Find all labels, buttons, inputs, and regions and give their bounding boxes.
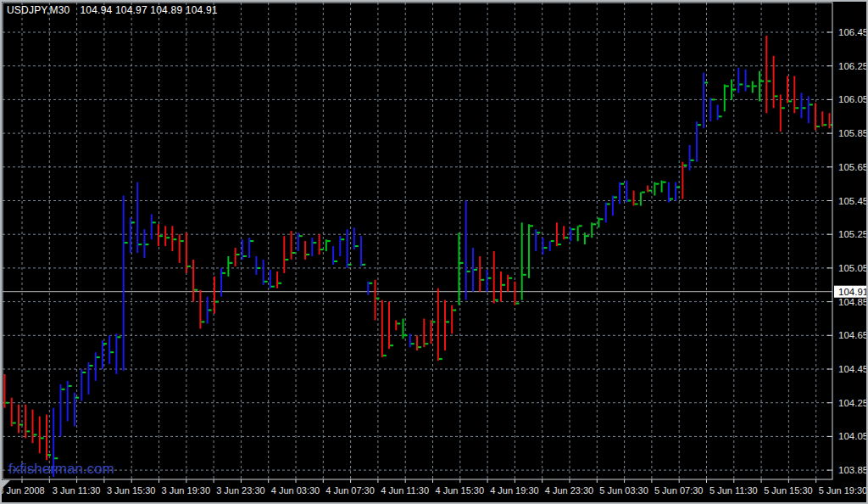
close-tick xyxy=(719,115,722,117)
time-axis-label: 4 Jun 07:30 xyxy=(326,485,375,496)
price-bar xyxy=(619,182,620,204)
close-tick xyxy=(523,274,526,276)
close-tick xyxy=(362,264,365,266)
close-tick xyxy=(782,107,785,109)
price-bar xyxy=(347,229,348,268)
watermark-text: fxfisherman.com xyxy=(8,461,114,478)
price-bar xyxy=(752,81,754,93)
price-bar xyxy=(311,238,313,256)
close-tick xyxy=(62,389,65,390)
close-tick xyxy=(816,126,820,127)
close-tick xyxy=(292,252,296,254)
price-axis-label: 103.85 xyxy=(838,465,868,475)
close-tick xyxy=(747,86,750,87)
price-bar xyxy=(199,290,201,329)
close-tick xyxy=(481,279,484,281)
close-tick xyxy=(194,289,198,291)
price-bar xyxy=(319,234,320,255)
price-bar xyxy=(808,96,810,123)
close-tick xyxy=(411,343,415,344)
time-axis-label: 4 Jun 23:30 xyxy=(545,485,594,496)
close-tick xyxy=(348,264,352,266)
price-bar xyxy=(675,182,676,201)
price-bar xyxy=(158,224,159,246)
close-tick xyxy=(803,107,806,109)
close-tick xyxy=(26,430,30,432)
price-bar xyxy=(263,260,264,285)
price-bar xyxy=(479,256,481,292)
close-tick xyxy=(558,244,561,245)
price-bar xyxy=(521,222,523,300)
close-tick xyxy=(593,223,596,225)
close-tick xyxy=(13,423,16,424)
close-tick xyxy=(788,100,792,102)
close-tick xyxy=(145,244,148,245)
price-axis-label: 105.25 xyxy=(838,229,868,239)
price-bar xyxy=(25,405,26,439)
price-bar xyxy=(423,319,425,348)
price-bar xyxy=(332,246,334,265)
price-bar xyxy=(500,272,502,302)
price-bar xyxy=(381,300,383,358)
close-tick xyxy=(425,343,428,344)
close-tick xyxy=(663,182,666,183)
close-tick xyxy=(90,365,93,367)
price-bar xyxy=(95,352,97,381)
close-tick xyxy=(607,204,610,205)
price-bar xyxy=(220,268,222,297)
close-tick xyxy=(642,192,645,193)
price-bar xyxy=(214,277,215,314)
price-bar xyxy=(395,320,397,330)
price-axis-label: 105.65 xyxy=(838,162,868,172)
close-tick xyxy=(153,221,156,223)
close-tick xyxy=(250,240,253,242)
price-bar xyxy=(472,248,474,292)
close-tick xyxy=(334,260,337,262)
price-bar xyxy=(640,193,642,206)
price-bar xyxy=(542,238,543,255)
price-bar xyxy=(227,256,229,277)
time-axis-label: 5 Jun 19:30 xyxy=(819,485,868,496)
price-bar xyxy=(787,76,788,104)
close-tick xyxy=(683,165,687,166)
close-tick xyxy=(41,437,44,439)
time-axis-label: 5 Jun 03:30 xyxy=(599,485,648,496)
close-tick xyxy=(278,283,281,284)
price-axis-label: 104.05 xyxy=(838,431,868,441)
price-bar xyxy=(459,232,460,305)
price-bar xyxy=(136,182,138,253)
price-bar xyxy=(207,297,209,324)
price-bar xyxy=(102,340,103,369)
price-bar xyxy=(829,113,831,128)
price-bar xyxy=(570,227,571,241)
close-tick xyxy=(620,183,624,185)
current-price-flag-value: 104.91 xyxy=(838,287,868,297)
time-axis-label: 5 Jun 15:30 xyxy=(764,485,813,496)
chart-window: 106.45106.25106.05105.85105.65105.45105.… xyxy=(0,0,868,504)
price-bar xyxy=(108,335,110,364)
price-bar xyxy=(123,196,125,371)
close-tick xyxy=(467,271,470,272)
close-tick xyxy=(767,81,771,82)
price-bar xyxy=(647,186,648,193)
price-bar xyxy=(115,333,117,374)
price-bar xyxy=(255,256,257,275)
price-bar xyxy=(276,272,278,288)
price-bar xyxy=(821,111,823,126)
price-bar xyxy=(815,103,816,130)
close-tick xyxy=(166,237,170,238)
close-tick xyxy=(69,385,72,387)
close-tick xyxy=(418,346,421,348)
time-axis-label: 3 Jun 19:30 xyxy=(162,485,211,496)
price-chart-plot-area[interactable]: 106.45106.25106.05105.85105.65105.45105.… xyxy=(0,0,868,504)
close-tick xyxy=(739,84,743,86)
close-tick xyxy=(775,95,778,97)
time-axis-label: 3 Jun 15:30 xyxy=(107,485,156,496)
close-tick xyxy=(446,321,449,322)
price-bar xyxy=(737,68,739,93)
close-tick xyxy=(432,321,436,322)
close-tick xyxy=(495,300,498,301)
price-bar xyxy=(409,333,411,347)
close-tick xyxy=(390,344,393,346)
close-tick xyxy=(222,272,225,274)
